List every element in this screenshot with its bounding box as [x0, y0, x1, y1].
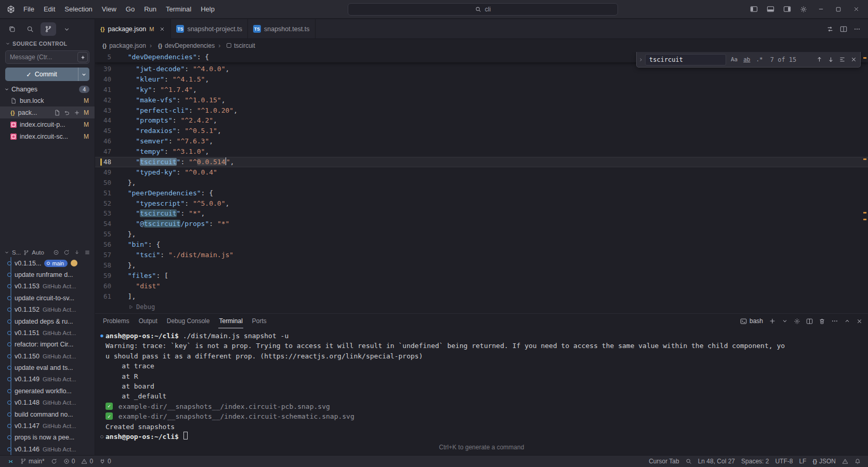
open-file-icon[interactable]	[54, 110, 60, 116]
commit-row[interactable]: v0.1.148GitHub Act...	[0, 397, 95, 408]
file-index.circuit-sc...[interactable]: index.circuit-sc...M	[0, 130, 95, 142]
code-line-57[interactable]: 57 "tsci": "./dist/main.js"	[95, 250, 868, 260]
code-line-40[interactable]: 40 "kleur": "^4.1.5",	[95, 74, 868, 85]
commit-row[interactable]: generated workflo...	[0, 385, 95, 397]
commit-row[interactable]: updated deps & ru...	[0, 315, 95, 327]
open-changes-icon[interactable]	[826, 25, 834, 33]
graph-header[interactable]: S... Auto	[0, 248, 95, 257]
terminal-shell-chip[interactable]: bash	[740, 317, 763, 325]
toggle-panel-icon[interactable]	[763, 3, 778, 16]
code-line-53[interactable]: 53 "tscircuit": "*",	[95, 208, 868, 219]
menu-selection[interactable]: Selection	[60, 3, 97, 15]
settings-gear-icon[interactable]	[796, 3, 811, 16]
file-bun.lock[interactable]: bun.lockM	[0, 95, 95, 106]
menu-terminal[interactable]: Terminal	[161, 3, 196, 15]
breadcrumb-item-package.json[interactable]: {}package.json	[102, 42, 146, 49]
generate-commit-message-icon[interactable]	[77, 52, 88, 62]
fetch-arrow-down-icon[interactable]	[74, 249, 80, 256]
code-line-50[interactable]: 50 },	[95, 178, 868, 188]
code-line-60[interactable]: 60 "dist"	[95, 281, 868, 291]
commit-row[interactable]: build command no...	[0, 408, 95, 420]
commit-row[interactable]: update circuit-to-sv...	[0, 292, 95, 304]
eol-status[interactable]: LF	[796, 456, 809, 467]
commit-row[interactable]: update runframe d...	[0, 269, 95, 281]
branch-badge-main[interactable]: main	[44, 260, 68, 267]
whole-word-toggle[interactable]: ab	[741, 56, 752, 63]
close-tab-icon[interactable]	[159, 26, 165, 32]
commit-dropdown-chevron[interactable]	[78, 68, 89, 81]
commit-row[interactable]: v0.1.147GitHub Act...	[0, 420, 95, 432]
split-terminal-icon[interactable]	[806, 318, 813, 325]
more-views-chevron-icon[interactable]	[59, 22, 74, 36]
commit-row[interactable]: v0.1.15...main	[0, 257, 95, 269]
close-window-button[interactable]	[848, 3, 864, 16]
commit-button[interactable]: ✓ Commit	[5, 68, 89, 81]
list-icon[interactable]	[84, 249, 90, 256]
source-control-view-icon[interactable]	[41, 22, 56, 36]
panel-tab-debug-console[interactable]: Debug Console	[166, 314, 211, 328]
search-view-icon[interactable]	[22, 22, 38, 36]
previous-match-icon[interactable]	[816, 56, 823, 63]
menu-help[interactable]: Help	[196, 3, 219, 15]
commit-row[interactable]: v0.1.151GitHub Act...	[0, 327, 95, 339]
terminal-profile-chevron-icon[interactable]	[782, 318, 788, 324]
notifications-bell[interactable]	[851, 456, 864, 467]
maximize-button[interactable]	[831, 3, 846, 16]
split-editor-icon[interactable]	[840, 25, 847, 33]
find-input[interactable]: tscircuit	[645, 54, 726, 65]
commit-row[interactable]: update eval and ts...	[0, 362, 95, 373]
code-line-55[interactable]: 55 },	[95, 229, 868, 239]
menu-go[interactable]: Go	[121, 3, 139, 15]
match-case-toggle[interactable]: Aa	[729, 56, 740, 63]
language-mode[interactable]: {}JSON	[809, 456, 839, 467]
commit-message-input[interactable]	[5, 50, 89, 64]
code-line-42[interactable]: 42 "make-vfs": "^1.0.15",	[95, 95, 868, 105]
code-line-46[interactable]: 46 "semver": "^7.6.3",	[95, 136, 868, 146]
file-index.circuit-p...[interactable]: index.circuit-p...M	[0, 118, 95, 130]
alert-status[interactable]	[839, 456, 851, 467]
code-line-47[interactable]: 47 "tempy": "^3.1.0",	[95, 146, 868, 157]
commit-row[interactable]: props is now a pee...	[0, 432, 95, 443]
code-line-44[interactable]: 44 "prompts": "^2.4.2",	[95, 115, 868, 126]
terminal-settings-gear-icon[interactable]	[794, 318, 800, 325]
source-control-header[interactable]: SOURCE CONTROL	[0, 38, 95, 48]
commit-row[interactable]: v0.1.149GitHub Act...	[0, 373, 95, 385]
menu-run[interactable]: Run	[139, 3, 161, 15]
code-line-59[interactable]: 59 "files": [	[95, 271, 868, 281]
encoding-status[interactable]: UTF-8	[772, 456, 796, 467]
cursor-tab-status[interactable]: Cursor Tab	[646, 456, 682, 467]
menu-edit[interactable]: Edit	[39, 3, 60, 15]
changes-section-header[interactable]: Changes 4	[0, 84, 95, 95]
terminal-output[interactable]: ●ansh@pop-os:~/cli$ ./dist/main.js snaps…	[95, 328, 868, 455]
new-terminal-icon[interactable]	[769, 317, 776, 325]
indentation-status[interactable]: Spaces: 2	[738, 456, 772, 467]
tab-snapshot.test.ts[interactable]: TSsnapshot.test.ts	[248, 19, 315, 39]
toggle-sidebar-left-icon[interactable]	[746, 3, 761, 16]
warnings-status[interactable]: 0	[78, 456, 96, 467]
commit-row[interactable]: v0.1.146GitHub Act...	[0, 444, 95, 455]
panel-tab-problems[interactable]: Problems	[102, 314, 130, 328]
code-line-52[interactable]: 52 "typescript": "^5.0.0",	[95, 198, 868, 209]
errors-status[interactable]: 0	[60, 456, 78, 467]
commit-row[interactable]: v0.1.150GitHub Act...	[0, 350, 95, 362]
copy-editors-icon[interactable]	[4, 22, 20, 36]
sync-status[interactable]	[48, 456, 60, 467]
menu-view[interactable]: View	[97, 3, 121, 15]
commit-row[interactable]: v0.1.153GitHub Act...	[0, 281, 95, 292]
code-editor[interactable]: tscircuit Aaab.* 7 of 15 5 "devDependenc…	[95, 52, 868, 313]
stage-changes-icon[interactable]	[74, 110, 80, 116]
code-line-45[interactable]: 45 "redaxios": "^0.5.1",	[95, 126, 868, 136]
remote-indicator[interactable]	[4, 456, 17, 467]
panel-tab-terminal[interactable]: Terminal	[218, 314, 243, 328]
debug-lens[interactable]: Debug	[128, 303, 868, 311]
close-find-icon[interactable]	[850, 56, 857, 63]
cursor-position[interactable]: Ln 48, Col 27	[695, 456, 738, 467]
code-line-54[interactable]: 54 "@tscircuit/props": "*"	[95, 219, 868, 229]
code-line-48[interactable]: 48 "tscircuit": "^0.0.514",	[95, 157, 868, 167]
file-pack...[interactable]: {}pack...M	[0, 106, 95, 118]
close-panel-icon[interactable]	[856, 318, 863, 325]
code-line-56[interactable]: 56 "bin": {	[95, 239, 868, 250]
branch-status[interactable]: main*	[17, 456, 48, 467]
toggle-sidebar-right-icon[interactable]	[780, 3, 794, 16]
code-line-58[interactable]: 58 },	[95, 260, 868, 271]
